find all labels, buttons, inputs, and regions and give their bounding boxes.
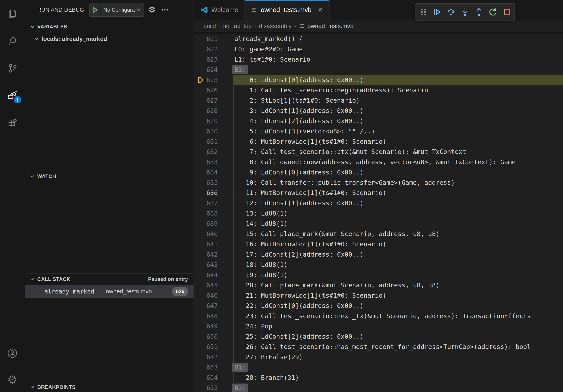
line-content[interactable]: 10: Call transfer::public_transfer<Game>… xyxy=(233,177,563,188)
variables-section-header[interactable]: VARIABLES xyxy=(25,21,193,33)
code-line[interactable]: 628 3: LdConst[1](address: 0x00..) xyxy=(194,105,563,116)
breadcrumb-item[interactable]: build xyxy=(203,23,216,29)
code-line[interactable]: 632 7: Call test_scenario::ctx(&mut Scen… xyxy=(194,147,563,157)
line-content[interactable]: 4: LdConst[2](address: 0x00..) xyxy=(233,116,563,126)
line-number[interactable]: 629 xyxy=(194,116,233,126)
line-content[interactable]: 5: LdConst[3](vector<u8>: "" /..) xyxy=(233,126,563,136)
line-content[interactable]: 17: LdConst[2](address: 0x00..) xyxy=(233,249,563,260)
line-number[interactable]: 649 xyxy=(194,321,233,331)
line-number[interactable]: 653 xyxy=(194,362,233,372)
line-number[interactable]: 627 xyxy=(194,95,233,105)
toolbar-drag-grip[interactable] xyxy=(417,6,429,18)
code-line[interactable]: 622L0: game#2#0: Game xyxy=(194,44,563,54)
line-number[interactable]: 621 xyxy=(194,34,233,44)
line-content[interactable]: 19: LdU8(1) xyxy=(233,270,563,280)
line-number[interactable]: 624 xyxy=(194,65,233,75)
line-content[interactable]: 15: Call place_mark(&mut Scenario, addre… xyxy=(233,229,563,239)
account-icon[interactable] xyxy=(0,342,25,364)
code-line[interactable]: 646 21: MutBorrowLoc[1](ts#1#0: Scenario… xyxy=(194,290,563,301)
line-content[interactable]: B1: xyxy=(233,362,563,372)
line-number[interactable]: 634 xyxy=(194,167,233,177)
line-content[interactable]: L1: ts#1#0: Scenario xyxy=(233,54,563,65)
line-number[interactable]: 630 xyxy=(194,126,233,136)
tab-owned-tests[interactable]: owned_tests.mvb xyxy=(245,0,330,20)
code-line[interactable]: 626 1: Call test_scenario::begin(address… xyxy=(194,85,563,95)
run-and-debug-icon[interactable]: 1 xyxy=(0,84,25,106)
line-content[interactable]: 24: Pop xyxy=(233,321,563,331)
code-line[interactable]: 640 15: Call place_mark(&mut Scenario, a… xyxy=(194,229,563,239)
code-line[interactable]: 624B0: xyxy=(194,65,563,75)
line-number[interactable]: 635 xyxy=(194,177,233,188)
code-line[interactable]: 623L1: ts#1#0: Scenario xyxy=(194,54,563,65)
configuration-dropdown[interactable]: No Configura xyxy=(101,7,144,13)
line-number[interactable]: 641 xyxy=(194,239,233,249)
line-content[interactable]: 26: Call test_scenario::has_most_recent_… xyxy=(233,342,563,352)
breadcrumb-item[interactable]: disassembly xyxy=(259,23,292,29)
line-number[interactable]: 640 xyxy=(194,229,233,239)
explorer-icon[interactable] xyxy=(0,3,25,25)
line-content[interactable]: 13: LdU8(1) xyxy=(233,208,563,219)
line-number[interactable]: 652 xyxy=(194,352,233,362)
code-line[interactable]: 650 25: LdConst[2](address: 0x00..) xyxy=(194,331,563,342)
breadcrumb-item[interactable]: tic_tac_toe xyxy=(223,23,252,29)
line-content[interactable]: 2: StLoc[1](ts#1#0: Scenario) xyxy=(233,95,563,105)
line-number[interactable]: 655 xyxy=(194,383,233,392)
line-content[interactable]: 12: LdConst[1](address: 0x00..) xyxy=(233,198,563,208)
line-content[interactable]: 25: LdConst[2](address: 0x00..) xyxy=(233,331,563,342)
line-content[interactable]: 9: LdConst[0](address: 0x00..) xyxy=(233,167,563,177)
line-number[interactable]: 648 xyxy=(194,311,233,321)
code-line[interactable]: 641 16: MutBorrowLoc[1](ts#1#0: Scenario… xyxy=(194,239,563,249)
line-number[interactable]: 631 xyxy=(194,136,233,147)
code-line[interactable]: 651 26: Call test_scenario::has_most_rec… xyxy=(194,342,563,352)
code-line[interactable]: 644 19: LdU8(1) xyxy=(194,270,563,280)
code-line[interactable]: 637 12: LdConst[1](address: 0x00..) xyxy=(194,198,563,208)
tab-welcome[interactable]: Welcome xyxy=(194,0,245,20)
line-number[interactable]: 644 xyxy=(194,270,233,280)
line-content[interactable]: 6: MutBorrowLoc[1](ts#1#0: Scenario) xyxy=(233,136,563,147)
line-number[interactable]: 626 xyxy=(194,85,233,95)
code-line[interactable]: 645 20: Call place_mark(&mut Scenario, a… xyxy=(194,280,563,290)
code-line[interactable]: 629 4: LdConst[2](address: 0x00..) xyxy=(194,116,563,126)
line-content[interactable]: already_marked() { xyxy=(233,34,563,44)
code-line[interactable]: 655B2: xyxy=(194,383,563,392)
line-number[interactable]: 639 xyxy=(194,219,233,229)
variables-scope-locals[interactable]: locals: already_marked xyxy=(25,33,193,45)
line-number[interactable]: 645 xyxy=(194,280,233,290)
line-content[interactable]: 14: LdU8(1) xyxy=(233,219,563,229)
views-more-actions-icon[interactable] xyxy=(160,5,170,15)
line-content[interactable]: B0: xyxy=(233,65,563,75)
line-content[interactable]: 22: LdConst[0](address: 0x00..) xyxy=(233,301,563,311)
watch-section-header[interactable]: WATCH xyxy=(25,170,193,182)
line-number[interactable]: 647 xyxy=(194,301,233,311)
step-into-icon[interactable] xyxy=(459,6,471,18)
line-number[interactable]: 625 xyxy=(194,75,233,85)
code-line[interactable]: 638 13: LdU8(1) xyxy=(194,208,563,219)
call-stack-section-header[interactable]: CALL STACK Paused on entry xyxy=(25,273,193,285)
line-content[interactable]: 23: Call test_scenario::next_tx(&mut Sce… xyxy=(233,311,563,321)
code-line[interactable]: 621already_marked() { xyxy=(194,34,563,44)
line-number[interactable]: 636 xyxy=(194,188,233,198)
line-content[interactable]: 20: Call place_mark(&mut Scenario, addre… xyxy=(233,280,563,290)
line-number[interactable]: 642 xyxy=(194,249,233,260)
line-number[interactable]: 628 xyxy=(194,105,233,116)
code-line[interactable]: 634 9: LdConst[0](address: 0x00..) xyxy=(194,167,563,177)
line-content[interactable]: L0: game#2#0: Game xyxy=(233,44,563,54)
close-tab-icon[interactable] xyxy=(317,7,323,13)
line-number[interactable]: 637 xyxy=(194,198,233,208)
line-number[interactable]: 632 xyxy=(194,147,233,157)
code-line[interactable]: 633 8: Call owned::new(address, address,… xyxy=(194,157,563,167)
code-line[interactable]: 642 17: LdConst[2](address: 0x00..) xyxy=(194,249,563,260)
line-content[interactable]: 0: LdConst[0](address: 0x00..) xyxy=(233,75,563,85)
line-content[interactable]: 18: LdU8(1) xyxy=(233,260,563,270)
source-control-icon[interactable] xyxy=(0,57,25,79)
code-line[interactable]: 630 5: LdConst[3](vector<u8>: "" /..) xyxy=(194,126,563,136)
code-line[interactable]: 627 2: StLoc[1](ts#1#0: Scenario) xyxy=(194,95,563,105)
code-editor[interactable]: 621already_marked() {622L0: game#2#0: Ga… xyxy=(194,32,563,392)
breakpoints-section-header[interactable]: BREAKPOINTS xyxy=(25,382,193,392)
search-icon[interactable] xyxy=(0,30,25,52)
line-number[interactable]: 633 xyxy=(194,157,233,167)
line-content[interactable]: 1: Call test_scenario::begin(address): S… xyxy=(233,85,563,95)
breadcrumb-item[interactable]: owned_tests.mvb xyxy=(299,23,354,29)
line-number[interactable]: 650 xyxy=(194,331,233,342)
line-number[interactable]: 654 xyxy=(194,372,233,383)
